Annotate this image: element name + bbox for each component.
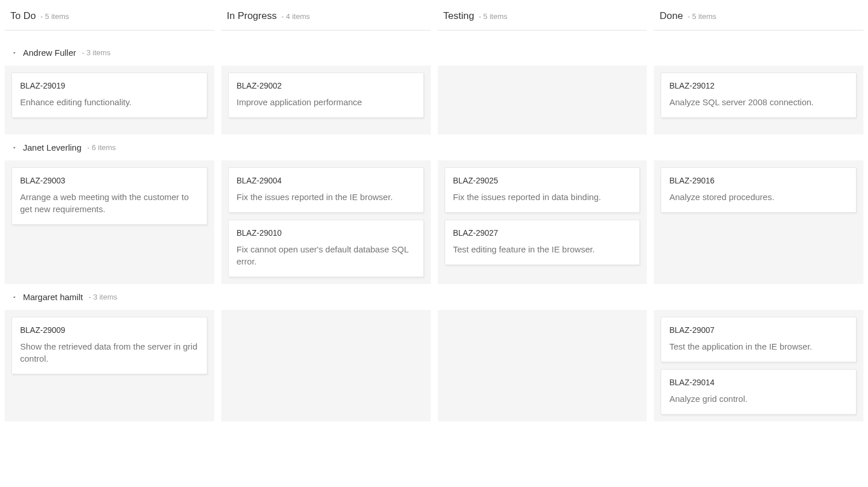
swimlane-header-margaret-hamilt[interactable]: Margaret hamilt- 3 items	[0, 284, 868, 310]
lane-cell-margaret-hamilt-todo[interactable]: BLAZ-29009Show the retrieved data from t…	[5, 310, 214, 421]
swimlane-header-janet-leverling[interactable]: Janet Leverling- 6 items	[0, 135, 868, 160]
card-summary: Analyze grid control.	[669, 393, 848, 405]
card-summary: Fix cannot open user's default database …	[237, 243, 415, 267]
kanban-card[interactable]: BLAZ-29004Fix the issues reported in the…	[228, 167, 424, 213]
column-header-row: To Do- 5 itemsIn Progress- 4 itemsTestin…	[0, 0, 868, 40]
lane-cell-andrew-fuller-testing[interactable]	[438, 66, 647, 135]
card-summary: Test editing feature in the IE browser.	[453, 243, 632, 255]
card-id: BLAZ-29012	[669, 81, 848, 90]
kanban-card[interactable]: BLAZ-29019Enhance editing functionality.	[11, 72, 207, 118]
swimlane-row-janet-leverling: BLAZ-29003Arrange a web meeting with the…	[0, 160, 868, 284]
card-id: BLAZ-29009	[20, 325, 199, 335]
card-id: BLAZ-29016	[669, 176, 848, 185]
column-inprogress: In Progress- 4 items	[221, 5, 431, 35]
card-id: BLAZ-29002	[237, 81, 415, 90]
lane-cell-janet-leverling-testing[interactable]: BLAZ-29025Fix the issues reported in dat…	[438, 160, 647, 284]
lane-cell-andrew-fuller-done[interactable]: BLAZ-29012Analyze SQL server 2008 connec…	[654, 66, 863, 135]
swimlane-count: - 6 items	[87, 143, 116, 152]
lane-cell-margaret-hamilt-testing[interactable]	[438, 310, 647, 421]
chevron-down-icon	[11, 294, 17, 300]
column-header[interactable]: Done- 5 items	[654, 5, 863, 30]
card-id: BLAZ-29027	[453, 228, 632, 237]
column-count: - 5 items	[40, 12, 69, 21]
card-summary: Fix the issues reported in the IE browse…	[237, 191, 415, 203]
column-header[interactable]: Testing- 5 items	[438, 5, 647, 30]
kanban-card[interactable]: BLAZ-29025Fix the issues reported in dat…	[445, 167, 641, 213]
card-id: BLAZ-29019	[20, 81, 199, 90]
card-summary: Test the application in the IE browser.	[669, 340, 848, 352]
card-id: BLAZ-29004	[237, 176, 415, 185]
column-count: - 5 items	[688, 12, 716, 21]
column-title: Done	[659, 10, 683, 22]
kanban-board: To Do- 5 itemsIn Progress- 4 itemsTestin…	[0, 0, 868, 421]
card-id: BLAZ-29025	[453, 176, 632, 185]
kanban-card[interactable]: BLAZ-29027Test editing feature in the IE…	[445, 220, 641, 265]
column-count: - 5 items	[479, 12, 507, 21]
swimlane-name: Andrew Fuller	[23, 48, 76, 57]
column-header[interactable]: To Do- 5 items	[5, 5, 214, 30]
card-summary: Analyze stored procedures.	[669, 191, 848, 203]
swimlane-row-andrew-fuller: BLAZ-29019Enhance editing functionality.…	[0, 66, 868, 135]
card-summary: Improve application performance	[237, 96, 415, 108]
swimlane-row-margaret-hamilt: BLAZ-29009Show the retrieved data from t…	[0, 310, 868, 421]
column-title: To Do	[10, 10, 36, 22]
card-id: BLAZ-29003	[20, 176, 199, 185]
column-done: Done- 5 items	[654, 5, 863, 35]
column-testing: Testing- 5 items	[438, 5, 647, 35]
card-id: BLAZ-29010	[237, 228, 415, 237]
lane-cell-andrew-fuller-inprogress[interactable]: BLAZ-29002Improve application performanc…	[221, 66, 431, 135]
card-summary: Analyze SQL server 2008 connection.	[669, 96, 848, 108]
kanban-card[interactable]: BLAZ-29003Arrange a web meeting with the…	[11, 167, 207, 225]
card-id: BLAZ-29007	[669, 325, 848, 335]
kanban-card[interactable]: BLAZ-29002Improve application performanc…	[228, 72, 424, 118]
swimlane-count: - 3 items	[88, 293, 117, 301]
swimlane-name: Margaret hamilt	[23, 292, 83, 302]
card-id: BLAZ-29014	[669, 378, 848, 387]
column-header[interactable]: In Progress- 4 items	[221, 5, 431, 30]
card-summary: Arrange a web meeting with the customer …	[20, 191, 199, 215]
swimlane-header-andrew-fuller[interactable]: Andrew Fuller- 3 items	[0, 40, 868, 66]
kanban-card[interactable]: BLAZ-29009Show the retrieved data from t…	[11, 317, 207, 374]
kanban-card[interactable]: BLAZ-29016Analyze stored procedures.	[661, 167, 857, 213]
column-title: Testing	[443, 10, 474, 22]
lane-cell-margaret-hamilt-done[interactable]: BLAZ-29007Test the application in the IE…	[654, 310, 863, 421]
kanban-card[interactable]: BLAZ-29007Test the application in the IE…	[661, 317, 857, 362]
column-count: - 4 items	[281, 12, 310, 21]
kanban-card[interactable]: BLAZ-29010Fix cannot open user's default…	[228, 220, 424, 277]
column-title: In Progress	[227, 10, 277, 22]
lane-cell-janet-leverling-inprogress[interactable]: BLAZ-29004Fix the issues reported in the…	[221, 160, 431, 284]
card-summary: Enhance editing functionality.	[20, 96, 199, 108]
swimlane-count: - 3 items	[82, 48, 111, 57]
lane-cell-andrew-fuller-todo[interactable]: BLAZ-29019Enhance editing functionality.	[5, 66, 214, 135]
lane-cell-janet-leverling-done[interactable]: BLAZ-29016Analyze stored procedures.	[654, 160, 863, 284]
lane-cell-margaret-hamilt-inprogress[interactable]	[221, 310, 431, 421]
card-summary: Show the retrieved data from the server …	[20, 340, 199, 365]
card-summary: Fix the issues reported in data binding.	[453, 191, 632, 203]
column-todo: To Do- 5 items	[5, 5, 214, 35]
chevron-down-icon	[11, 145, 17, 151]
kanban-card[interactable]: BLAZ-29012Analyze SQL server 2008 connec…	[661, 72, 857, 118]
swimlane-name: Janet Leverling	[23, 143, 82, 152]
lane-cell-janet-leverling-todo[interactable]: BLAZ-29003Arrange a web meeting with the…	[5, 160, 214, 284]
kanban-card[interactable]: BLAZ-29014Analyze grid control.	[661, 369, 857, 415]
chevron-down-icon	[11, 50, 17, 56]
